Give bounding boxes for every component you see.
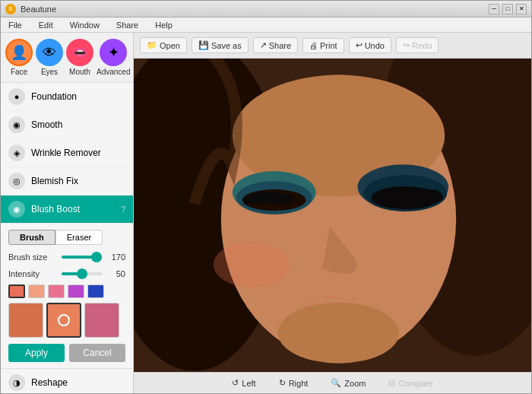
print-button[interactable]: 🖨 Print [302,38,344,53]
share-label: Share [269,41,291,50]
brush-eraser-toggle: Brush Eraser [8,230,125,245]
mouth-tab-icon: 👄 [66,39,93,66]
redo-label: Redo [412,41,432,50]
blush-label: Blush Boost [31,204,115,214]
brush-size-row: Brush size 170 [8,251,125,263]
status-bar: ↺ Left ↻ Right 🔍 Zoom ⊟ Compare [134,372,531,393]
status-left[interactable]: ↺ Left [232,378,255,388]
color-swatch-4[interactable] [68,284,84,298]
intensity-value: 50 [103,269,125,278]
zoom-label: Zoom [344,379,366,388]
undo-button[interactable]: ↩ Undo [349,37,391,53]
large-swatch-3[interactable] [84,303,119,338]
open-button[interactable]: 📁 Open [140,37,187,53]
large-swatch-2[interactable] [46,303,81,338]
sidebar-item-blemish-fix[interactable]: ◎ Blemish Fix [1,167,133,195]
intensity-thumb[interactable] [77,268,87,279]
sidebar-item-reshape[interactable]: ◑ Reshape [1,369,133,393]
smooth-icon: ◉ [8,116,25,133]
left-icon: ↺ [232,378,239,388]
blush-help-icon: ? [121,205,125,214]
color-swatch-3[interactable] [48,284,65,298]
svg-point-12 [214,242,290,288]
print-icon: 🖨 [309,41,318,50]
sidebar-item-smooth[interactable]: ◉ Smooth [1,111,133,139]
large-swatch-1[interactable] [8,303,43,338]
print-label: Print [320,41,337,50]
blush-panel: Brush Eraser Brush size 170 [1,224,133,369]
eyes-tab-label: Eyes [41,68,58,76]
app-window: B Beautune ─ □ ✕ File Edit Window Share … [0,0,532,394]
share-icon: ↗ [260,40,267,50]
content-area: 📁 Open 💾 Save as ↗ Share 🖨 Print ↩ [134,33,531,393]
wrinkle-icon: ◈ [8,145,25,161]
action-buttons: Apply Cancel [8,344,125,362]
color-swatch-2[interactable] [28,284,45,298]
close-button[interactable]: ✕ [516,4,527,14]
maximize-button[interactable]: □ [502,4,513,14]
face-tabs: 👤 Face 👁 Eyes 👄 Mouth ✦ Advanced [1,33,133,83]
portrait-svg [134,59,531,372]
status-compare: ⊟ Compare [388,378,432,388]
undo-icon: ↩ [356,40,363,50]
tab-mouth[interactable]: 👄 Mouth [65,37,95,78]
main-content: 👤 Face 👁 Eyes 👄 Mouth ✦ Advanced ● [1,33,531,393]
minimize-button[interactable]: ─ [489,4,499,14]
blemish-label: Blemish Fix [31,176,125,186]
advanced-tab-icon: ✦ [100,39,127,66]
open-icon: 📁 [147,40,157,50]
advanced-tab-label: Advanced [97,68,130,76]
brush-size-label: Brush size [8,253,62,262]
sidebar-item-foundation[interactable]: ● Foundation [1,83,133,111]
large-color-swatches [8,303,125,338]
title-bar: B Beautune ─ □ ✕ [1,1,531,17]
blemish-icon: ◎ [8,173,25,189]
apply-button[interactable]: Apply [8,344,65,362]
tab-eyes[interactable]: 👁 Eyes [34,37,65,78]
menu-edit[interactable]: Edit [34,19,58,31]
blush-icon: ◉ [8,201,25,218]
eraser-button[interactable]: Eraser [55,230,103,245]
right-icon: ↻ [279,378,286,388]
brush-size-track [62,256,103,259]
app-icon: B [5,4,16,14]
window-controls: ─ □ ✕ [489,4,527,14]
sidebar-item-wrinkle-remover[interactable]: ◈ Wrinkle Remover [1,139,133,167]
compare-label: Compare [398,379,432,388]
left-label: Left [242,379,255,388]
status-zoom[interactable]: 🔍 Zoom [331,378,366,388]
svg-point-13 [278,303,400,364]
menu-help[interactable]: Help [150,19,177,31]
brush-button[interactable]: Brush [8,230,55,245]
color-swatch-1[interactable] [8,284,25,298]
sidebar: 👤 Face 👁 Eyes 👄 Mouth ✦ Advanced ● [1,33,134,393]
foundation-icon: ● [8,88,25,105]
menu-share[interactable]: Share [112,19,143,31]
menu-bar: File Edit Window Share Help [1,17,531,33]
tab-advanced[interactable]: ✦ Advanced [95,37,131,78]
status-right[interactable]: ↻ Right [279,378,309,388]
open-label: Open [160,41,180,50]
app-title: Beautune [21,5,56,14]
redo-button[interactable]: ↪ Redo [396,37,439,53]
brush-size-slider[interactable] [62,251,103,263]
saveas-button[interactable]: 💾 Save as [192,37,249,53]
share-button[interactable]: ↗ Share [253,37,298,53]
foundation-label: Foundation [31,91,125,102]
intensity-slider[interactable] [62,268,103,280]
face-tab-icon: 👤 [5,39,33,66]
intensity-label: Intensity [8,269,62,278]
right-label: Right [289,379,309,388]
cancel-button[interactable]: Cancel [69,344,125,362]
sidebar-item-blush-boost[interactable]: ◉ Blush Boost ? [1,195,133,224]
menu-window[interactable]: Window [65,19,104,31]
brush-size-thumb[interactable] [91,252,102,262]
reshape-icon: ◑ [8,374,25,391]
tab-face[interactable]: 👤 Face [4,37,34,78]
brush-size-value: 170 [103,253,125,262]
compare-icon: ⊟ [388,378,395,388]
menu-file[interactable]: File [4,19,27,31]
title-bar-left: B Beautune [5,4,56,14]
color-swatch-5[interactable] [87,284,104,298]
toolbar: 📁 Open 💾 Save as ↗ Share 🖨 Print ↩ [134,33,531,59]
